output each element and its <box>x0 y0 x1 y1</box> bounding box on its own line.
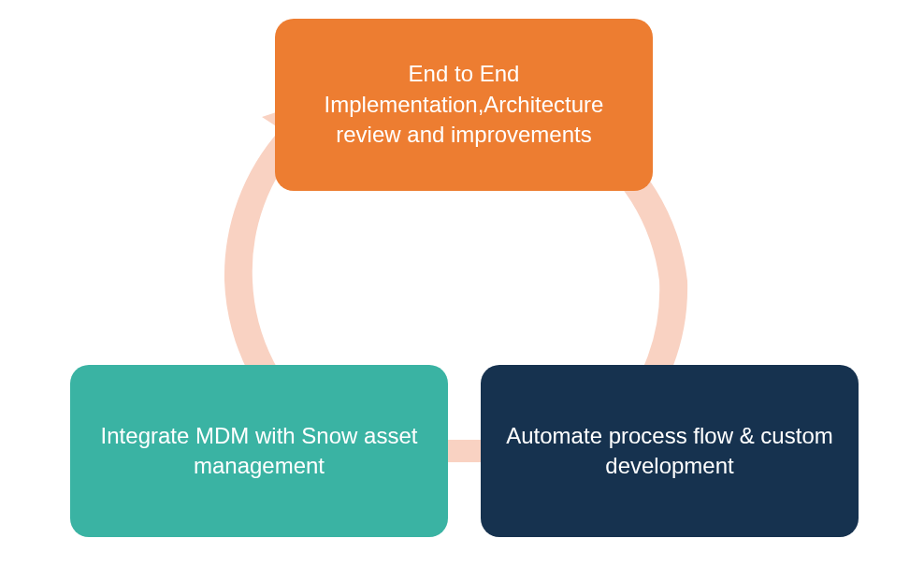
node-bottom-right: Automate process flow & custom developme… <box>481 365 859 537</box>
node-bottom-left-label: Integrate MDM with Snow asset management <box>94 421 424 482</box>
node-bottom-left: Integrate MDM with Snow asset management <box>70 365 448 537</box>
node-top: End to End Implementation,Architecture r… <box>275 19 653 191</box>
node-bottom-right-label: Automate process flow & custom developme… <box>505 421 834 482</box>
node-top-label: End to End Implementation,Architecture r… <box>299 59 628 150</box>
